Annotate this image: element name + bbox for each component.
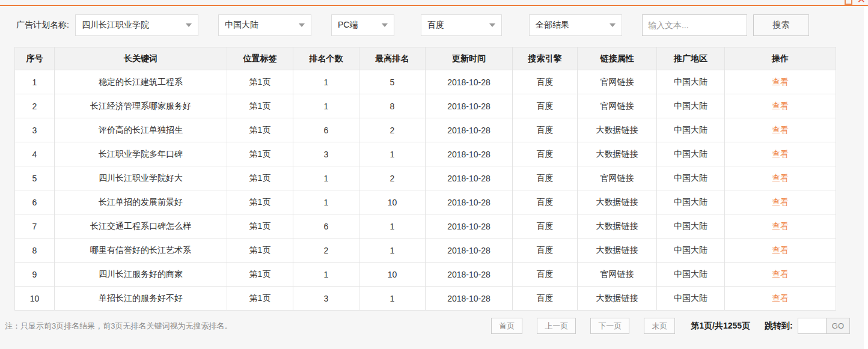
filter-bar: 广告计划名称: 四川长江职业学院 中国大陆 PC端 百度 全部结果 搜索: [0, 6, 868, 36]
cell-engine: 百度: [513, 70, 578, 94]
column-header: 搜索引擎: [513, 47, 578, 70]
table-row: 5四川长江职业学院好大第1页122018-10-28百度官网链接中国大陆查看: [15, 166, 836, 190]
cell-link_type: 官网链接: [578, 70, 657, 94]
cell-index: 10: [15, 287, 55, 311]
cell-engine: 百度: [513, 214, 578, 238]
cell-action: 查看: [725, 287, 836, 311]
restore-window-icon[interactable]: [845, 0, 852, 5]
pagination: 首页上一页下一页末页 第1页/共1255页 跳转到: GO: [477, 318, 850, 334]
cell-updated: 2018-10-28: [426, 214, 513, 238]
cell-index: 1: [15, 70, 55, 94]
cell-keyword: 长江交通工程系口碑怎么样: [55, 214, 227, 238]
cell-updated: 2018-10-28: [426, 94, 513, 118]
cell-rank_count: 1: [293, 94, 359, 118]
view-link[interactable]: 查看: [772, 221, 789, 231]
engine-dropdown[interactable]: 百度: [421, 14, 502, 36]
cell-link_type: 大数据链接: [578, 142, 657, 166]
plan-dropdown[interactable]: 四川长江职业学院: [75, 14, 198, 36]
table-row: 1稳定的长江建筑工程系第1页152018-10-28百度官网链接中国大陆查看: [15, 70, 836, 94]
cell-keyword: 长江职业学院多年口碑: [55, 142, 227, 166]
cell-link_type: 大数据链接: [578, 118, 657, 142]
cell-link_type: 大数据链接: [578, 238, 657, 263]
view-link[interactable]: 查看: [772, 101, 789, 111]
cell-updated: 2018-10-28: [426, 287, 513, 311]
view-link[interactable]: 查看: [772, 197, 789, 207]
cell-position: 第1页: [227, 214, 293, 238]
jump-page-input[interactable]: [798, 318, 827, 334]
cell-action: 查看: [725, 118, 836, 142]
page-info: 第1页/共1255页: [691, 321, 750, 332]
plan-dropdown-value: 四川长江职业学院: [82, 20, 149, 31]
cell-link_type: 官网链接: [578, 263, 657, 287]
cell-updated: 2018-10-28: [426, 118, 513, 142]
device-dropdown[interactable]: PC端: [331, 14, 394, 36]
table-header-row: 序号长关键词位置标签排名个数最高排名更新时间搜索引擎链接属性推广地区操作: [15, 47, 836, 70]
view-link[interactable]: 查看: [772, 245, 789, 255]
cell-region: 中国大陆: [657, 94, 725, 118]
column-header: 推广地区: [657, 47, 725, 70]
view-link[interactable]: 查看: [772, 269, 789, 279]
view-link[interactable]: 查看: [772, 77, 789, 86]
region-dropdown[interactable]: 中国大陆: [218, 14, 311, 36]
column-header: 长关键词: [55, 47, 227, 70]
cell-action: 查看: [725, 142, 836, 166]
cell-position: 第1页: [227, 166, 293, 190]
region-dropdown-value: 中国大陆: [225, 20, 258, 31]
cell-link_type: 大数据链接: [578, 214, 657, 238]
cell-rank_count: 6: [293, 118, 359, 142]
cell-keyword: 长江经济管理系哪家服务好: [55, 94, 227, 118]
cell-engine: 百度: [513, 263, 578, 287]
plan-name-label: 广告计划名称:: [16, 20, 69, 31]
result-dropdown[interactable]: 全部结果: [529, 14, 622, 36]
column-header: 链接属性: [578, 47, 657, 70]
pagination-prev-button[interactable]: 上一页: [537, 318, 576, 334]
cell-position: 第1页: [227, 94, 293, 118]
cell-region: 中国大陆: [657, 166, 725, 190]
cell-keyword: 四川长江服务好的商家: [55, 263, 227, 287]
close-icon[interactable]: ✕: [857, 0, 866, 5]
cell-region: 中国大陆: [657, 142, 725, 166]
cell-action: 查看: [725, 94, 836, 118]
cell-index: 9: [15, 263, 55, 287]
cell-index: 6: [15, 190, 55, 214]
window-controls: ✕: [845, 0, 866, 5]
pagination-last-button[interactable]: 末页: [644, 318, 675, 334]
cell-action: 查看: [725, 263, 836, 287]
cell-rank_count: 3: [293, 287, 359, 311]
scrollbar-track[interactable]: [864, 7, 868, 349]
search-button[interactable]: 搜索: [753, 14, 809, 36]
cell-link_type: 大数据链接: [578, 190, 657, 214]
cell-rank_count: 1: [293, 190, 359, 214]
view-link[interactable]: 查看: [772, 293, 789, 303]
view-link[interactable]: 查看: [772, 125, 789, 135]
cell-rank_count: 6: [293, 214, 359, 238]
table-row: 4长江职业学院多年口碑第1页312018-10-28百度大数据链接中国大陆查看: [15, 142, 836, 166]
note-text: 注：只显示前3页排名结果，前3页无排名关键词视为无搜索排名。: [5, 321, 232, 332]
pagination-next-button[interactable]: 下一页: [590, 318, 629, 334]
table-row: 8哪里有信誉好的长江艺术系第1页212018-10-28百度大数据链接中国大陆查…: [15, 238, 836, 263]
cell-engine: 百度: [513, 94, 578, 118]
cell-best_rank: 1: [359, 287, 426, 311]
pagination-first-button[interactable]: 首页: [491, 318, 522, 334]
cell-action: 查看: [725, 214, 836, 238]
cell-position: 第1页: [227, 190, 293, 214]
cell-position: 第1页: [227, 263, 293, 287]
cell-region: 中国大陆: [657, 190, 725, 214]
view-link[interactable]: 查看: [772, 149, 789, 159]
cell-index: 5: [15, 166, 55, 190]
cell-engine: 百度: [513, 166, 578, 190]
table-row: 10单招长江的服务好不好第1页312018-10-28百度大数据链接中国大陆查看: [15, 287, 836, 311]
column-header: 序号: [15, 47, 55, 70]
cell-keyword: 哪里有信誉好的长江艺术系: [55, 238, 227, 263]
cell-updated: 2018-10-28: [426, 190, 513, 214]
table-row: 6长江单招的发展前景好第1页1102018-10-28百度大数据链接中国大陆查看: [15, 190, 836, 214]
column-header: 排名个数: [293, 47, 359, 70]
accent-top-rule: [0, 0, 868, 6]
cell-updated: 2018-10-28: [426, 166, 513, 190]
chevron-down-icon: [489, 23, 495, 27]
go-button[interactable]: GO: [827, 318, 850, 334]
search-input[interactable]: [642, 14, 747, 36]
cell-updated: 2018-10-28: [426, 263, 513, 287]
view-link[interactable]: 查看: [772, 173, 789, 183]
cell-engine: 百度: [513, 238, 578, 263]
